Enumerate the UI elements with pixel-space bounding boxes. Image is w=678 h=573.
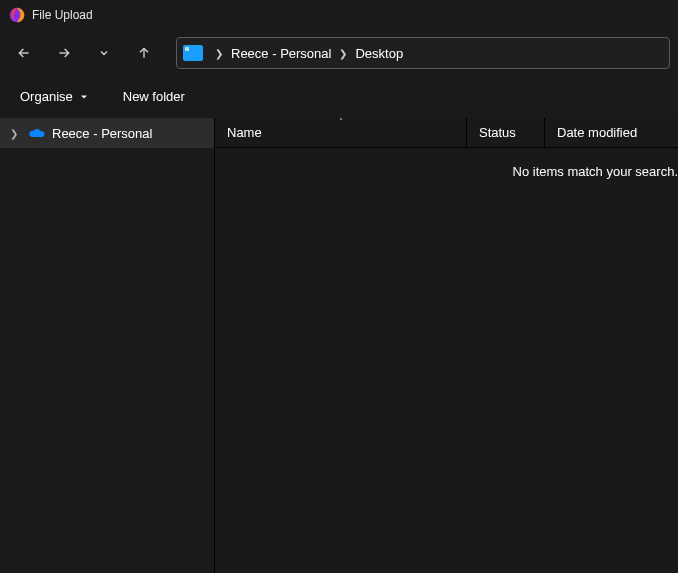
nav-row: ❯ Reece - Personal ❯ Desktop xyxy=(0,30,678,76)
empty-message: No items match your search. xyxy=(513,164,678,179)
content-pane: Name ˄ Status Date modified No items mat… xyxy=(215,118,678,573)
column-header-status[interactable]: Status xyxy=(467,118,545,147)
main-area: ❯ Reece - Personal Name ˄ Status Date mo… xyxy=(0,118,678,573)
sidebar: ❯ Reece - Personal xyxy=(0,118,215,573)
organise-button[interactable]: Organise xyxy=(16,85,93,108)
tree-item-label: Reece - Personal xyxy=(52,126,152,141)
breadcrumb-bar[interactable]: ❯ Reece - Personal ❯ Desktop xyxy=(176,37,670,69)
breadcrumb-part[interactable]: Reece - Personal xyxy=(229,44,333,63)
column-label: Name xyxy=(227,125,262,140)
forward-button[interactable] xyxy=(48,37,80,69)
toolbar: Organise New folder xyxy=(0,76,678,118)
up-button[interactable] xyxy=(128,37,160,69)
column-label: Status xyxy=(479,125,516,140)
column-header-date[interactable]: Date modified xyxy=(545,118,678,147)
sort-ascending-icon: ˄ xyxy=(339,117,343,126)
column-header-name[interactable]: Name ˄ xyxy=(215,118,467,147)
back-button[interactable] xyxy=(8,37,40,69)
onedrive-icon xyxy=(28,127,46,139)
title-bar: File Upload xyxy=(0,0,678,30)
breadcrumb-part[interactable]: Desktop xyxy=(353,44,405,63)
chevron-right-icon[interactable]: ❯ xyxy=(339,48,347,59)
chevron-right-icon[interactable]: ❯ xyxy=(215,48,223,59)
recent-locations-button[interactable] xyxy=(88,37,120,69)
column-headers: Name ˄ Status Date modified xyxy=(215,118,678,148)
organise-label: Organise xyxy=(20,89,73,104)
chevron-right-icon[interactable]: ❯ xyxy=(10,128,22,139)
tree-item-reece-personal[interactable]: ❯ Reece - Personal xyxy=(0,118,214,148)
window-title: File Upload xyxy=(32,8,93,22)
new-folder-button[interactable]: New folder xyxy=(119,85,189,108)
new-folder-label: New folder xyxy=(123,89,185,104)
desktop-icon xyxy=(183,45,203,61)
firefox-icon xyxy=(8,6,26,24)
column-label: Date modified xyxy=(557,125,637,140)
